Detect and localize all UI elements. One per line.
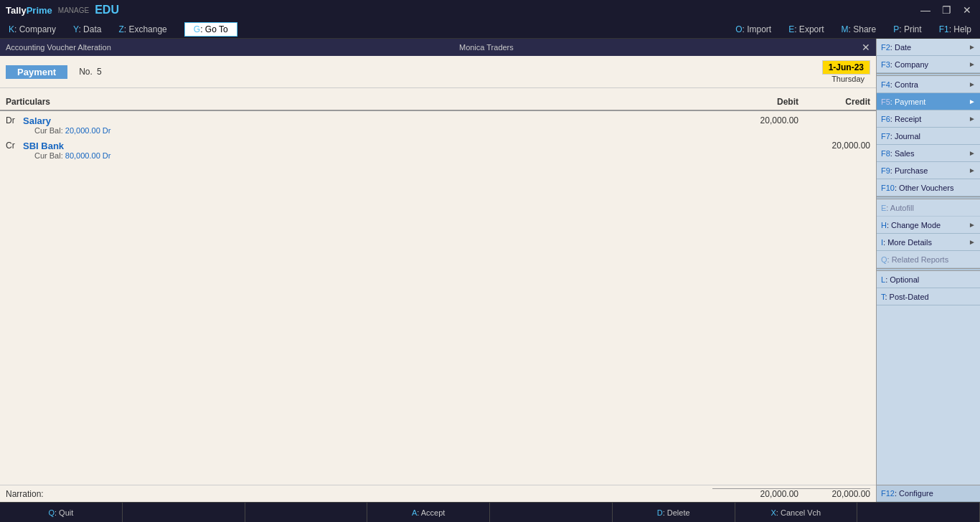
- balance-label-1: Cur Bal:: [34, 126, 63, 135]
- voucher-header-bar: Accounting Voucher Alteration Monica Tra…: [0, 39, 876, 56]
- col-credit-header: Credit: [798, 97, 870, 107]
- right-panel-f5-payment[interactable]: F5: Payment ►: [877, 93, 980, 110]
- f6-receipt-label: F6: Receipt: [881, 115, 921, 123]
- company-name: Monica Traders: [459, 43, 514, 52]
- entry-debit-1: 20,000.00: [712, 115, 798, 125]
- menu-exchange[interactable]: Z: Exchange: [118, 24, 166, 34]
- menu-print[interactable]: P: Print: [893, 24, 921, 34]
- voucher-content: Payment No. 5 1-Jun-23 Thursday Particul…: [0, 56, 876, 502]
- menu-share[interactable]: M: Share: [842, 24, 877, 34]
- right-panel-i-moredetails[interactable]: I: More Details ►: [877, 234, 980, 251]
- f5-arrow: ►: [969, 98, 976, 105]
- f4-arrow: ►: [969, 80, 976, 88]
- right-panel-f9-purchase[interactable]: F9: Purchase ►: [877, 162, 980, 179]
- menu-export[interactable]: E: Export: [788, 24, 824, 34]
- payment-number-label: No.: [79, 67, 93, 77]
- menu-help[interactable]: F1: Help: [939, 24, 971, 34]
- table-row: Dr Salary Cur Bal: 20,000.00 Dr 20,000.0…: [0, 114, 876, 136]
- entry-credit-2: 20,000.00: [798, 141, 870, 151]
- app-branding: TallyPrime MANAGE EDU: [6, 4, 119, 16]
- payment-number: 5: [97, 67, 102, 77]
- f9-purchase-label: F9: Purchase: [881, 166, 928, 175]
- q-relatedreports-label: Q: Related Reports: [881, 255, 948, 264]
- f3-arrow: ►: [969, 60, 976, 68]
- entry-name-2[interactable]: SBI Bank: [23, 141, 712, 151]
- right-panel-f6-receipt[interactable]: F6: Receipt ►: [877, 110, 980, 128]
- f9-arrow: ►: [969, 166, 976, 174]
- entry-balance-2: Cur Bal: 80,000.00 Dr: [34, 151, 712, 160]
- main-layout: Accounting Voucher Alteration Monica Tra…: [0, 39, 980, 502]
- date-value[interactable]: 1-Jun-23: [822, 60, 870, 75]
- right-panel-f10-other[interactable]: F10: Other Vouchers: [877, 179, 980, 196]
- table-header: Particulars Debit Credit: [0, 94, 876, 111]
- entry-dc-2: Cr: [6, 141, 23, 151]
- f8-arrow: ►: [969, 149, 976, 157]
- right-panel-h-changemode[interactable]: H: Change Mode ►: [877, 217, 980, 234]
- f3-company-label: F3: Company: [881, 60, 928, 69]
- f10-other-label: F10: Other Vouchers: [881, 184, 954, 192]
- entry-name-1[interactable]: Salary: [23, 115, 712, 126]
- f7-journal-label: F7: Journal: [881, 132, 920, 141]
- right-panel-spacer: [877, 305, 980, 485]
- menu-bar: K: Company Y: Data Z: Exchange G: Go To …: [0, 20, 980, 39]
- balance-label-2: Cur Bal:: [34, 151, 63, 160]
- narration-label: Narration:: [6, 489, 712, 499]
- bottom-accept-button[interactable]: A: Accept: [367, 503, 490, 522]
- right-panel-t-postdated[interactable]: T: Post-Dated: [877, 288, 980, 305]
- f4-contra-label: F4: Contra: [881, 80, 918, 89]
- payment-header: Payment No. 5 1-Jun-23 Thursday: [0, 56, 876, 88]
- date-day: Thursday: [822, 75, 870, 83]
- voucher-close-button[interactable]: ✕: [862, 42, 870, 53]
- right-panel-f12-configure[interactable]: F12: Configure: [877, 485, 980, 502]
- h-arrow: ►: [969, 221, 976, 229]
- col-particulars-header: Particulars: [6, 97, 712, 107]
- menu-import[interactable]: O: Import: [735, 24, 771, 34]
- f2-arrow: ►: [969, 43, 976, 51]
- payment-badge: Payment: [6, 65, 67, 79]
- right-panel-f8-sales[interactable]: F8: Sales ►: [877, 145, 980, 162]
- voucher-window-title: Accounting Voucher Alteration: [6, 43, 111, 52]
- right-panel: F2: Date ► F3: Company ► F4: Contra ► F5…: [876, 39, 980, 502]
- entry-details-1: Salary Cur Bal: 20,000.00 Dr: [23, 115, 712, 135]
- goto-button[interactable]: G: Go To: [184, 22, 237, 37]
- f2-date-label: F2: Date: [881, 43, 911, 52]
- entry-dc-1: Dr: [6, 115, 23, 125]
- bottom-cancel-vch-button[interactable]: X: Cancel Vch: [735, 503, 858, 522]
- bottom-btn-3: [245, 503, 368, 522]
- t-postdated-label: T: Post-Dated: [881, 293, 929, 301]
- f12-configure-label: F12: Configure: [881, 489, 933, 498]
- bottom-delete-button[interactable]: D: Delete: [613, 503, 735, 522]
- right-panel-f4-contra[interactable]: F4: Contra ►: [877, 76, 980, 93]
- balance-value-1: 20,000.00 Dr: [65, 126, 111, 135]
- bottom-quit-button[interactable]: Q: Quit: [0, 503, 123, 522]
- narration-bar: Narration: 20,000.00 20,000.00: [0, 485, 876, 502]
- right-panel-l-optional[interactable]: L: Optional: [877, 271, 980, 288]
- narration-debit-total: 20,000.00: [712, 488, 798, 499]
- entry-details-2: SBI Bank Cur Bal: 80,000.00 Dr: [23, 141, 712, 160]
- right-panel-f7-journal[interactable]: F7: Journal: [877, 128, 980, 145]
- e-autofill-label: E: Autofill: [881, 204, 914, 212]
- narration-credit-total: 20,000.00: [798, 488, 870, 499]
- h-changemode-label: H: Change Mode: [881, 221, 941, 229]
- right-panel-f2-date[interactable]: F2: Date ►: [877, 39, 980, 56]
- menu-company[interactable]: K: Company: [9, 24, 56, 34]
- bottom-btn-2: [123, 503, 245, 522]
- balance-value-2: 80,000.00 Dr: [65, 151, 111, 160]
- edu-badge: EDU: [95, 4, 119, 16]
- f6-arrow: ►: [969, 115, 976, 123]
- close-button[interactable]: ✕: [960, 4, 974, 16]
- minimize-button[interactable]: —: [918, 4, 933, 16]
- window-controls[interactable]: — ❐ ✕: [918, 4, 974, 16]
- col-debit-header: Debit: [712, 97, 798, 107]
- entries-area: Dr Salary Cur Bal: 20,000.00 Dr 20,000.0…: [0, 111, 876, 485]
- f8-sales-label: F8: Sales: [881, 149, 914, 158]
- maximize-button[interactable]: ❐: [939, 4, 954, 16]
- right-panel-f3-company[interactable]: F3: Company ►: [877, 56, 980, 73]
- title-bar: TallyPrime MANAGE EDU — ❐ ✕: [0, 0, 980, 20]
- tally-name: TallyPrime: [6, 5, 52, 16]
- manage-label: MANAGE: [58, 6, 89, 14]
- l-optional-label: L: Optional: [881, 275, 919, 284]
- entry-balance-1: Cur Bal: 20,000.00 Dr: [34, 126, 712, 135]
- menu-data[interactable]: Y: Data: [73, 24, 101, 34]
- date-box: 1-Jun-23 Thursday: [822, 60, 870, 83]
